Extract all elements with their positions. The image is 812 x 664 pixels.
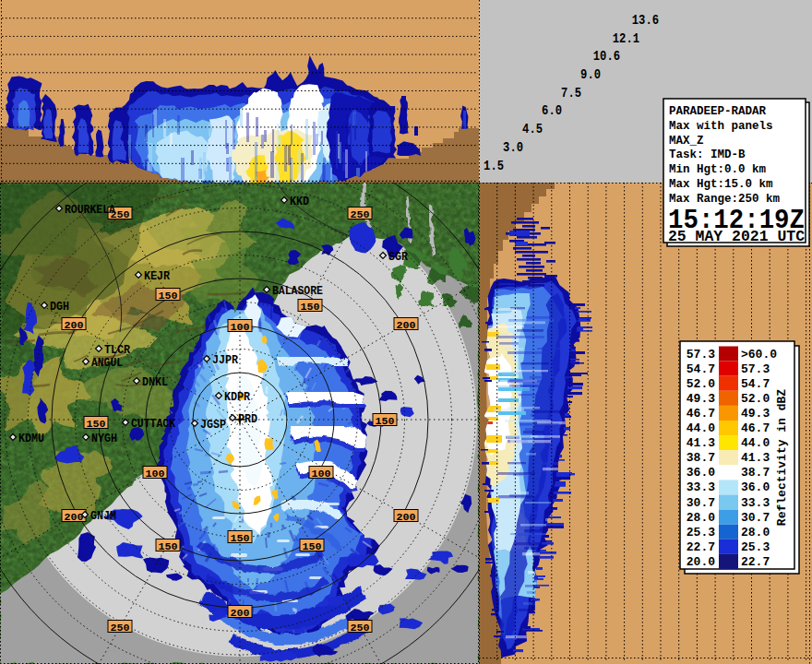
svg-text:>60.0: >60.0	[741, 348, 777, 362]
svg-text:12.1: 12.1	[613, 31, 639, 46]
svg-text:200: 200	[231, 607, 250, 619]
svg-text:49.3: 49.3	[741, 407, 770, 421]
svg-text:KKD: KKD	[290, 196, 309, 208]
svg-text:9.0: 9.0	[580, 67, 601, 82]
svg-text:36.0: 36.0	[687, 466, 715, 480]
svg-text:38.7: 38.7	[687, 451, 715, 465]
svg-text:JJPR: JJPR	[212, 354, 238, 367]
svg-text:46.7: 46.7	[741, 421, 770, 435]
svg-text:Max Range:250 km: Max Range:250 km	[669, 193, 781, 206]
svg-text:41.3: 41.3	[687, 436, 715, 450]
svg-text:57.3: 57.3	[687, 348, 715, 362]
svg-text:46.7: 46.7	[687, 407, 715, 421]
svg-text:30.7: 30.7	[687, 496, 715, 510]
svg-text:200: 200	[65, 511, 84, 523]
svg-text:250: 250	[351, 208, 370, 220]
svg-text:Reflectivity in dBZ: Reflectivity in dBZ	[775, 389, 789, 526]
svg-text:150: 150	[303, 540, 322, 552]
svg-text:44.0: 44.0	[741, 436, 770, 450]
svg-text:100: 100	[231, 321, 250, 333]
svg-text:41.3: 41.3	[741, 451, 770, 465]
svg-text:Task: IMD-B: Task: IMD-B	[669, 148, 746, 161]
svg-text:28.0: 28.0	[741, 526, 770, 540]
svg-text:PARADEEP-RADAR: PARADEEP-RADAR	[669, 105, 767, 118]
svg-text:6.0: 6.0	[542, 103, 562, 118]
svg-text:CUTTACK: CUTTACK	[131, 418, 175, 431]
svg-text:DGH: DGH	[50, 301, 69, 314]
svg-text:22.7: 22.7	[741, 555, 770, 569]
svg-text:150: 150	[87, 418, 106, 430]
svg-text:KEJR: KEJR	[144, 270, 170, 283]
svg-text:Max with panels: Max with panels	[669, 120, 773, 133]
svg-text:PRD: PRD	[238, 413, 257, 426]
svg-text:7.5: 7.5	[561, 86, 581, 101]
svg-text:250: 250	[351, 622, 370, 634]
svg-text:Min Hgt:0.0 km: Min Hgt:0.0 km	[669, 163, 767, 176]
svg-text:54.7: 54.7	[741, 377, 770, 391]
svg-text:52.0: 52.0	[687, 377, 715, 391]
svg-text:150: 150	[231, 532, 250, 544]
svg-text:4.5: 4.5	[522, 122, 543, 136]
svg-text:150: 150	[159, 540, 178, 552]
svg-text:JGSP: JGSP	[200, 419, 226, 432]
svg-text:44.0: 44.0	[687, 421, 715, 435]
svg-text:52.0: 52.0	[741, 392, 770, 406]
svg-text:49.3: 49.3	[687, 392, 715, 406]
svg-text:33.3: 33.3	[741, 496, 770, 510]
svg-text:ROURKELA: ROURKELA	[65, 204, 115, 217]
svg-text:38.7: 38.7	[741, 466, 770, 480]
svg-text:30.7: 30.7	[741, 511, 770, 525]
svg-text:25.3: 25.3	[741, 540, 770, 554]
svg-text:150: 150	[159, 290, 178, 302]
svg-text:22.7: 22.7	[687, 540, 715, 554]
svg-text:1.5: 1.5	[484, 159, 504, 173]
svg-text:57.3: 57.3	[741, 362, 770, 376]
svg-text:200: 200	[65, 319, 84, 331]
svg-text:BALASORE: BALASORE	[272, 285, 323, 298]
svg-text:250: 250	[111, 622, 130, 634]
svg-text:20.0: 20.0	[687, 555, 715, 569]
svg-text:13.6: 13.6	[632, 13, 659, 28]
svg-text:TLCR: TLCR	[104, 344, 130, 357]
svg-text:10.6: 10.6	[593, 49, 620, 64]
svg-text:GNJM: GNJM	[90, 510, 116, 523]
svg-text:33.3: 33.3	[687, 480, 715, 494]
svg-text:KDPR: KDPR	[224, 391, 250, 404]
svg-text:25.3: 25.3	[687, 526, 715, 540]
svg-text:25 MAY 2021 UTC: 25 MAY 2021 UTC	[668, 228, 805, 245]
svg-text:100: 100	[146, 468, 165, 480]
svg-text:KDMU: KDMU	[18, 433, 44, 445]
svg-text:3.0: 3.0	[503, 140, 523, 155]
svg-text:MAX_Z: MAX_Z	[669, 135, 704, 148]
svg-text:54.7: 54.7	[687, 362, 715, 376]
svg-text:DNKL: DNKL	[142, 376, 168, 389]
svg-text:ANGUL: ANGUL	[91, 357, 123, 370]
svg-text:SGR: SGR	[388, 251, 408, 264]
svg-text:200: 200	[397, 511, 416, 523]
svg-text:200: 200	[397, 319, 416, 331]
svg-text:Max Hgt:15.0 km: Max Hgt:15.0 km	[669, 178, 773, 191]
svg-text:150: 150	[301, 301, 320, 313]
svg-text:150: 150	[376, 415, 395, 427]
svg-text:28.0: 28.0	[687, 511, 715, 525]
svg-text:100: 100	[312, 468, 331, 480]
svg-text:NYGH: NYGH	[91, 433, 117, 445]
svg-text:36.0: 36.0	[741, 480, 770, 494]
